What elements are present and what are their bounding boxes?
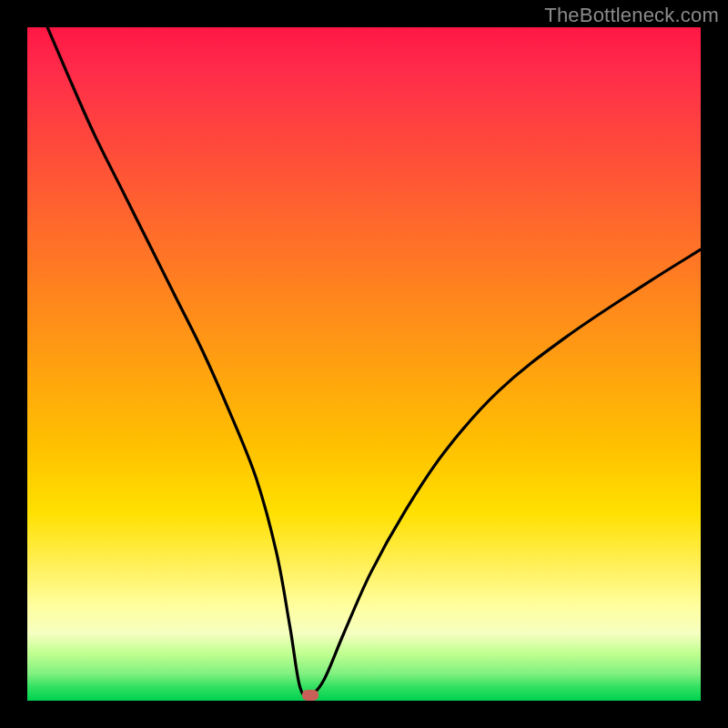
bottleneck-curve	[47, 27, 701, 695]
plot-area	[27, 27, 701, 701]
minimum-marker	[302, 690, 318, 701]
chart-frame: TheBottleneck.com	[0, 0, 728, 728]
watermark-text: TheBottleneck.com	[544, 4, 719, 27]
curve-svg	[27, 27, 701, 701]
